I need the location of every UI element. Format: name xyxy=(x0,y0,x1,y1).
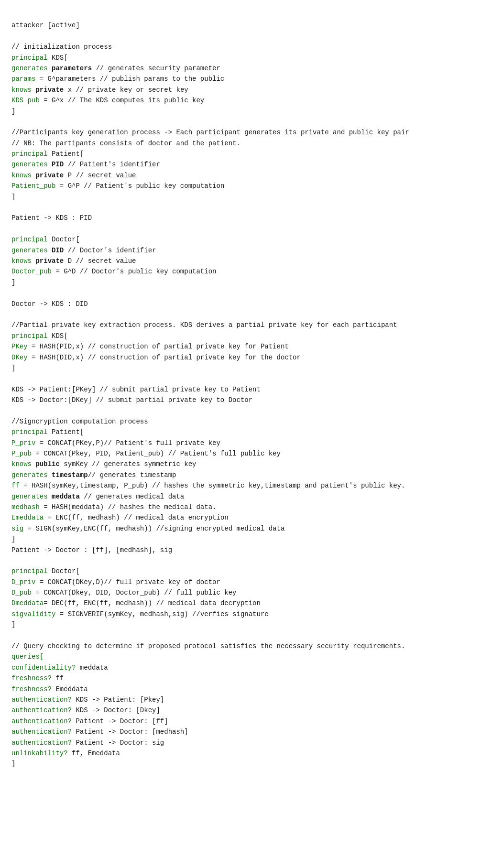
code-line: PKey = HASH(PID,x) // construction of pa… xyxy=(11,341,492,352)
code-part: // Doctor's identifier xyxy=(68,247,156,254)
code-part: ff xyxy=(55,674,64,682)
code-part: Patient -> Doctor: sig xyxy=(76,739,164,747)
code-part: //Participants key generation process ->… xyxy=(11,129,409,136)
code-line: Patient -> KDS : PID xyxy=(11,213,492,223)
code-line: authentication? KDS -> Patient: [Pkey] xyxy=(11,694,492,705)
code-part: ] xyxy=(11,108,15,115)
code-line: D_priv = CONCAT(DKey,D)// full private k… xyxy=(11,577,492,587)
code-line: authentication? Patient -> Doctor: [medh… xyxy=(11,727,492,737)
code-part: KDS -> Doctor: [Dkey] xyxy=(76,706,160,714)
code-part: = CONCAT(Dkey, DID, Doctor_pub) // full … xyxy=(35,589,236,597)
code-line: authentication? Patient -> Doctor: sig xyxy=(11,738,492,748)
code-part: = HASH(PID,x) // construction of partial… xyxy=(32,343,289,350)
code-part: P_priv xyxy=(11,439,40,447)
code-part: ] xyxy=(11,621,15,629)
code-line: medhash = HASH(meddata) // hashes the me… xyxy=(11,502,492,512)
code-part: Emeddata xyxy=(55,685,87,693)
code-line: knows private x // private key or secret… xyxy=(11,85,492,95)
code-line: DKey = HASH(DID,x) // construction of pa… xyxy=(11,352,492,363)
code-line: // initialization process xyxy=(11,42,492,52)
code-line: principal KDS[ xyxy=(11,331,492,341)
code-part: meddata xyxy=(52,493,84,500)
code-part: queries[ xyxy=(11,653,44,661)
code-part: KDS -> Patient:[PKey] // submit partial … xyxy=(11,386,261,393)
code-part: ] xyxy=(11,760,15,768)
code-part: = G^D // Doctor's public key computation xyxy=(55,268,216,275)
code-part: = HASH(DID,x) // construction of partial… xyxy=(32,354,301,361)
code-line: // Query checking to determine if propos… xyxy=(11,641,492,651)
code-line xyxy=(11,405,492,416)
code-part: Doctor_pub xyxy=(11,268,55,275)
code-part: confidentiality? xyxy=(11,664,80,672)
code-line xyxy=(11,224,492,234)
code-part: = HASH(meddata) // hashes the medical da… xyxy=(44,503,216,511)
code-part: knows xyxy=(11,460,35,468)
code-part: principal xyxy=(11,54,52,62)
code-line: knows public symKey // generates symmetr… xyxy=(11,459,492,469)
code-line: generates parameters // generates securi… xyxy=(11,63,492,74)
code-part: ff xyxy=(11,482,23,489)
code-line: freshness? ff xyxy=(11,673,492,684)
code-editor: attacker [active] // initialization proc… xyxy=(11,10,492,770)
code-part: Patient -> KDS : PID xyxy=(11,214,92,222)
code-part: timestamp xyxy=(52,471,88,479)
code-part: parameters xyxy=(52,65,96,72)
code-line: principal Doctor[ xyxy=(11,566,492,576)
code-part: symKey // generates symmetric key xyxy=(64,460,196,468)
code-part: // generates medical data xyxy=(84,493,184,500)
code-part: knows xyxy=(11,172,35,179)
code-part: principal xyxy=(11,236,52,243)
code-line: knows private D // secret value xyxy=(11,256,492,266)
code-line: KDS_pub = G^x // The KDS computes its pu… xyxy=(11,95,492,106)
code-part: public xyxy=(35,460,64,468)
code-part: ff, Emeddata xyxy=(72,749,120,757)
code-part: D_pub xyxy=(11,589,35,597)
code-part: generates xyxy=(11,471,52,479)
code-part: medhash xyxy=(11,503,44,511)
code-part: = SIGN(symKey,ENC(ff, medhash)) //signin… xyxy=(28,525,285,532)
code-line xyxy=(11,555,492,566)
code-part: D_priv xyxy=(11,578,40,586)
code-part: // Patient's identifier xyxy=(68,161,160,168)
code-part: = G^parameters // publish params to the … xyxy=(40,75,224,83)
code-part: P // secret value xyxy=(68,172,136,179)
code-line xyxy=(11,630,492,641)
code-part: sigvalidity xyxy=(11,610,60,618)
code-part: = G^x // The KDS computes its public key xyxy=(44,97,204,104)
code-part: // generates security parameter xyxy=(96,65,220,72)
code-part: = CONCAT(DKey,D)// full private key of d… xyxy=(40,578,220,586)
code-line: principal Patient[ xyxy=(11,149,492,159)
code-line: Patient -> Doctor : [ff], [medhash], sig xyxy=(11,545,492,555)
code-line: generates DID // Doctor's identifier xyxy=(11,245,492,256)
code-part: = G^P // Patient's public key computatio… xyxy=(60,182,224,190)
code-part: generates xyxy=(11,161,52,168)
code-part: private xyxy=(35,257,67,265)
code-line: sig = SIGN(symKey,ENC(ff, medhash)) //si… xyxy=(11,523,492,534)
code-part: //Partial private key extraction process… xyxy=(11,321,397,329)
code-line: Patient_pub = G^P // Patient's public ke… xyxy=(11,181,492,191)
code-line xyxy=(11,117,492,127)
code-part: principal xyxy=(11,428,52,436)
code-part: // generates timestamp xyxy=(88,471,176,479)
code-part: KDS -> Patient: [Pkey] xyxy=(76,696,164,704)
code-line: knows private P // secret value xyxy=(11,170,492,181)
code-part: freshness? xyxy=(11,674,55,682)
code-line: Dmeddata= DEC(ff, ENC(ff, medhash)) // m… xyxy=(11,598,492,608)
code-part: generates xyxy=(11,247,52,254)
code-line: ] xyxy=(11,534,492,544)
code-line: confidentiality? meddata xyxy=(11,662,492,673)
code-line: Doctor -> KDS : DID xyxy=(11,299,492,309)
code-part: ] xyxy=(11,535,15,543)
code-part: = CONCAT(PKey,P)// Patient's full privat… xyxy=(40,439,220,447)
code-line: P_pub = CONCAT(Pkey, PID, Patient_pub) /… xyxy=(11,448,492,459)
code-line: authentication? KDS -> Doctor: [Dkey] xyxy=(11,705,492,716)
code-line: sigvalidity = SIGNVERIF(symKey, medhash,… xyxy=(11,609,492,619)
code-part: principal xyxy=(11,567,52,575)
code-part: Doctor -> KDS : DID xyxy=(11,300,88,308)
code-part: freshness? xyxy=(11,685,55,693)
code-line: Emeddata = ENC(ff, medhash) // medical d… xyxy=(11,512,492,523)
code-part: private xyxy=(35,172,67,179)
code-part: // Query checking to determine if propos… xyxy=(11,642,405,650)
code-line: ] xyxy=(11,363,492,373)
code-line: P_priv = CONCAT(PKey,P)// Patient's full… xyxy=(11,438,492,448)
